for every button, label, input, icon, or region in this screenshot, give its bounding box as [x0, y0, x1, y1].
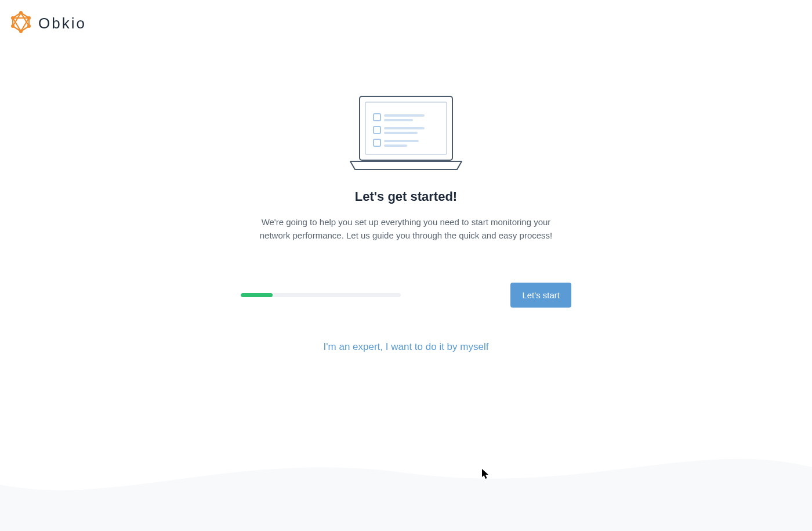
- svg-rect-19: [384, 132, 418, 134]
- svg-point-11: [11, 16, 14, 20]
- action-row: Let's start: [241, 283, 571, 308]
- svg-rect-21: [384, 140, 419, 142]
- svg-point-8: [27, 24, 31, 28]
- expert-skip-link[interactable]: I'm an expert, I want to do it by myself: [324, 341, 489, 353]
- progress-bar: [241, 293, 401, 297]
- mouse-cursor-icon: [481, 468, 490, 480]
- onboarding-description: We're going to help you set up everythin…: [249, 216, 563, 242]
- svg-rect-18: [384, 127, 425, 129]
- svg-point-6: [19, 11, 23, 15]
- laptop-checklist-illustration: [342, 93, 470, 176]
- progress-fill: [241, 293, 273, 297]
- onboarding-panel: Let's get started! We're going to help y…: [0, 93, 812, 353]
- svg-rect-15: [384, 114, 425, 117]
- brand-logo-icon: [9, 10, 32, 36]
- onboarding-title: Let's get started!: [355, 189, 457, 204]
- lets-start-button[interactable]: Let's start: [510, 283, 571, 308]
- svg-point-10: [11, 24, 14, 28]
- svg-rect-16: [384, 119, 413, 121]
- app-header: Obkio: [0, 0, 812, 46]
- svg-point-7: [27, 16, 31, 20]
- brand-name: Obkio: [38, 15, 86, 32]
- svg-rect-22: [384, 145, 407, 147]
- svg-point-9: [19, 30, 23, 33]
- background-wave: [0, 415, 812, 531]
